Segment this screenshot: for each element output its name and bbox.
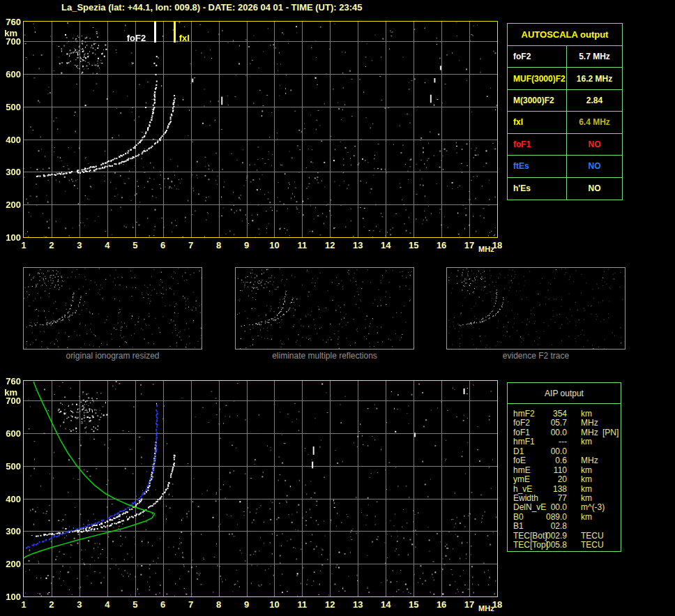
autoscala-row-label: M(3000)F2 [508,90,567,112]
x-axis-tick-label: 10 [266,599,282,610]
autoscala-output-window: La_Spezia (lat: +44.1, lon: 009.8) - DAT… [0,0,675,616]
autoscala-row-value: 16.2 MHz [567,68,622,89]
top-ionogram-canvas [24,22,497,237]
station-date-time-title: La_Spezia (lat: +44.1, lon: 009.8) - DAT… [61,2,362,13]
y-axis-tick-label: 500 [1,461,21,472]
bottom-ionogram-plot: 760700600500400300200100km12345678910111… [23,380,498,597]
x-axis-unit-label: MHz [478,604,494,613]
autoscala-output-table: AUTOSCALA output foF2 5.7 MHz MUF(3000)F… [507,23,623,200]
fxi-marker-label: fxI [179,33,190,43]
aip-value: 00.0 [536,503,567,512]
aip-unit: km [581,494,592,503]
aip-row: ymE20km [508,475,621,484]
aip-extra: [PN] [602,428,619,437]
aip-row: Ewidth77km [508,494,621,503]
aip-row: hmE110km [508,466,621,475]
aip-value: 05.7 [536,419,567,428]
thumbnail-caption: evidence F2 trace [446,351,625,361]
fof2-marker-label: foF2 [127,33,146,43]
x-axis-tick-label: 14 [378,240,393,250]
thumbnail-original-ionogram [23,267,202,350]
aip-row: TEC[Top]005.8TECU [508,541,621,550]
x-axis-tick-label: 4 [100,240,115,250]
autoscala-table-header: AUTOSCALA output [508,24,622,46]
y-axis-tick-label: 200 [1,200,21,210]
aip-name: Ewidth [513,494,538,503]
aip-unit: MHz [581,428,598,437]
aip-unit: MHz [581,419,598,428]
x-axis-unit-label: MHz [478,245,494,253]
autoscala-row-value: 2.84 [567,90,622,112]
aip-table-rows: hmF2354kmfoF205.7MHzfoF100.0MHz[PN]hmF1-… [508,410,621,550]
aip-value: 00.0 [536,447,567,456]
x-axis-tick-label: 14 [378,599,393,610]
x-axis-tick-label: 6 [156,240,171,250]
aip-row: TEC[Bot]002.9TECU [508,532,621,541]
x-axis-tick-label: 11 [294,240,310,250]
x-axis-tick-label: 3 [72,599,87,610]
aip-value: 0.6 [536,456,567,465]
x-axis-tick-label: 6 [156,599,171,610]
y-axis-tick-label: 760 [1,376,21,386]
x-axis-tick-label: 17 [462,599,477,610]
aip-unit: km [581,466,592,475]
aip-row: foF100.0MHz[PN] [508,428,621,437]
aip-unit: TECU [581,541,604,550]
aip-row: D100.0 [508,447,621,456]
x-axis-tick-label: 13 [350,599,365,610]
autoscala-row-value: NO [567,178,622,200]
y-axis-tick-label: 500 [1,102,21,112]
aip-row: foE0.6MHz [508,456,621,465]
aip-value: 005.8 [536,541,567,550]
y-axis-unit-label: km [1,28,17,38]
thumbnail-canvas [236,268,414,349]
autoscala-row-label: ftEs [508,156,567,177]
aip-name: B1 [513,522,524,531]
top-ionogram-plot: 760700600500400300200100km12345678910111… [23,21,498,238]
aip-name: B0 [513,513,524,522]
x-axis-tick-label: 1 [16,240,31,250]
aip-name: ymE [513,475,530,484]
aip-row: h_vE138km [508,485,621,494]
aip-value: 110 [536,466,567,475]
x-axis-tick-label: 12 [322,240,338,250]
x-axis-tick-label: 12 [322,599,338,610]
y-axis-tick-label: 400 [1,494,21,504]
aip-value: 00.0 [536,428,567,437]
autoscala-row-label: fxI [508,112,567,133]
aip-table-header: AIP output [508,383,621,404]
x-axis-tick-label: 8 [211,240,227,250]
x-axis-tick-label: 7 [183,599,199,610]
autoscala-row-label: foF2 [508,46,567,68]
y-axis-tick-label: 600 [1,69,21,80]
x-axis-tick-label: 9 [239,240,255,250]
autoscala-row-value: 6.4 MHz [567,112,622,133]
x-axis-tick-label: 17 [462,240,477,250]
thumbnail-caption: original ionogram resized [23,351,202,361]
thumbnail-canvas [447,268,625,349]
bottom-ionogram-canvas [24,381,497,596]
aip-name: foF1 [513,428,530,437]
x-axis-tick-label: 5 [128,599,143,610]
aip-row: DelN_vE00.0m^(-3) [508,503,621,512]
autoscala-row-value: NO [567,156,622,177]
aip-name: foE [513,456,526,465]
x-axis-tick-label: 2 [44,240,59,250]
y-axis-unit-label: km [1,387,17,398]
aip-row: hmF1---km [508,437,621,446]
aip-unit: TECU [581,532,604,541]
aip-name: hmF2 [513,410,535,419]
thumbnail-canvas [24,268,202,349]
aip-row: B102.8 [508,522,621,531]
x-axis-tick-label: 8 [211,599,227,610]
x-axis-tick-label: 15 [406,599,421,610]
aip-name: h_vE [513,485,532,494]
aip-unit: km [581,475,592,484]
x-axis-tick-label: 2 [44,599,59,610]
autoscala-row-label: MUF(3000)F2 [508,68,567,89]
aip-value: --- [536,437,567,446]
aip-value: 77 [536,494,567,503]
thumbnail-caption: eliminate multiple reflections [235,351,414,361]
x-axis-tick-label: 16 [434,240,449,250]
x-axis-tick-label: 10 [266,240,282,250]
